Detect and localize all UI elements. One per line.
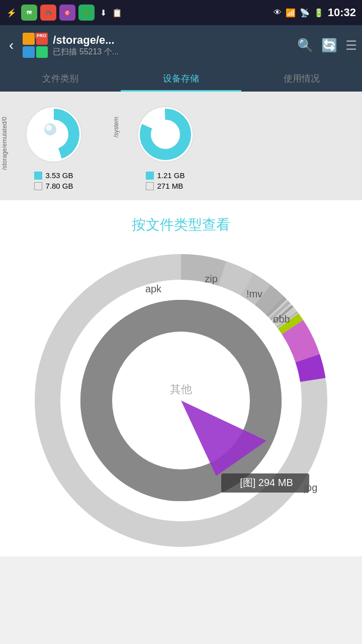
svg-text:zip: zip	[205, 273, 218, 284]
download-icon: ⬇	[98, 7, 109, 18]
game1-app-icon: 🎮	[40, 5, 56, 21]
tab-usage[interactable]: 使用情况	[241, 65, 362, 92]
svg-text:apk: apk	[145, 283, 162, 294]
stat-used-box-2	[146, 172, 154, 180]
top-actions: 🔍 🔄 ☰	[297, 38, 357, 53]
clipboard-icon: 📋	[112, 7, 123, 18]
donut-emulated	[21, 102, 86, 167]
pro-badge: PRO	[35, 33, 48, 39]
game2-app-icon: 🎯	[59, 5, 75, 21]
stat-used-emulated: 3.53 GB	[34, 171, 73, 180]
storage-stats-emulated: 3.53 GB 7.80 GB	[34, 171, 73, 190]
search-icon[interactable]: 🔍	[297, 38, 313, 53]
svg-text:其他: 其他	[170, 383, 192, 395]
clock: 10:32	[328, 6, 356, 19]
stat-total-box-2	[146, 182, 154, 190]
back-button[interactable]: ‹	[5, 33, 18, 57]
storage-label-system: /system	[113, 117, 120, 137]
tab-file-type[interactable]: 文件类别	[0, 65, 121, 92]
refresh-icon[interactable]: 🔄	[321, 38, 337, 53]
top-bar: ‹ PRO /storage/e... 已扫描 55213 个... 🔍 🔄 ☰	[0, 25, 362, 65]
svg-text:!mv: !mv	[246, 288, 262, 299]
tabs: 文件类别 设备存储 使用情况	[0, 65, 362, 92]
donut-system	[133, 102, 198, 167]
section-title: 按文件类型查看	[0, 200, 362, 245]
maps-app-icon: 🗺	[21, 5, 37, 21]
game3-app-icon: 🌿	[78, 5, 95, 21]
status-right: 👁 📶 📡 🔋 10:32	[274, 6, 356, 19]
wifi-icon: 📶	[286, 8, 296, 18]
storage-item-emulated: /storage/emulated/0 3.53 GB	[10, 102, 86, 190]
chart-container: 其他 5.8 GB [图] 294 MB apk zip !mv obb jpg	[25, 245, 337, 556]
storage-stats-system: 1.21 GB 271 MB	[146, 171, 185, 190]
eye-icon: 👁	[274, 8, 282, 17]
main-content: 按文件类型查看	[0, 200, 362, 556]
storage-item-system: /system 1.21 GB 271 MB	[122, 102, 198, 190]
app-logo: PRO	[23, 33, 48, 58]
stat-total-emulated: 7.80 GB	[34, 182, 73, 190]
storage-label-emulated: /storage/emulated/0	[1, 117, 8, 170]
svg-text:jpg: jpg	[304, 482, 318, 493]
scan-info: 已扫描 55213 个...	[53, 47, 292, 57]
svg-text:obb: obb	[273, 313, 290, 325]
tab-device-storage[interactable]: 设备存储	[121, 65, 241, 92]
svg-point-9	[151, 120, 179, 148]
status-left: ⚡ 🗺 🎮 🎯 🌿 ⬇ 📋	[6, 5, 123, 21]
stat-used-system: 1.21 GB	[146, 171, 185, 180]
donut-chart-svg: 其他 5.8 GB [图] 294 MB apk zip !mv obb jpg	[25, 245, 337, 556]
storage-section: /storage/emulated/0 3.53 GB	[0, 92, 362, 200]
signal-icon: 📡	[300, 8, 310, 18]
stat-total-system: 271 MB	[146, 182, 185, 190]
svg-text:[图] 294 MB: [图] 294 MB	[240, 477, 293, 488]
status-bar: ⚡ 🗺 🎮 🎯 🌿 ⬇ 📋 👁 📶 📡 🔋 10:32	[0, 0, 362, 25]
usb-icon: ⚡	[6, 7, 17, 18]
stat-used-box	[34, 172, 42, 180]
filter-icon[interactable]: ☰	[345, 38, 357, 53]
app-icons: 🗺 🎮 🎯 🌿 ⬇ 📋	[21, 5, 123, 21]
stat-total-box	[34, 182, 42, 190]
path-title: /storage/e...	[53, 34, 292, 47]
battery-icon: 🔋	[314, 8, 324, 18]
title-section: /storage/e... 已扫描 55213 个...	[53, 34, 292, 57]
svg-point-5	[46, 125, 52, 131]
